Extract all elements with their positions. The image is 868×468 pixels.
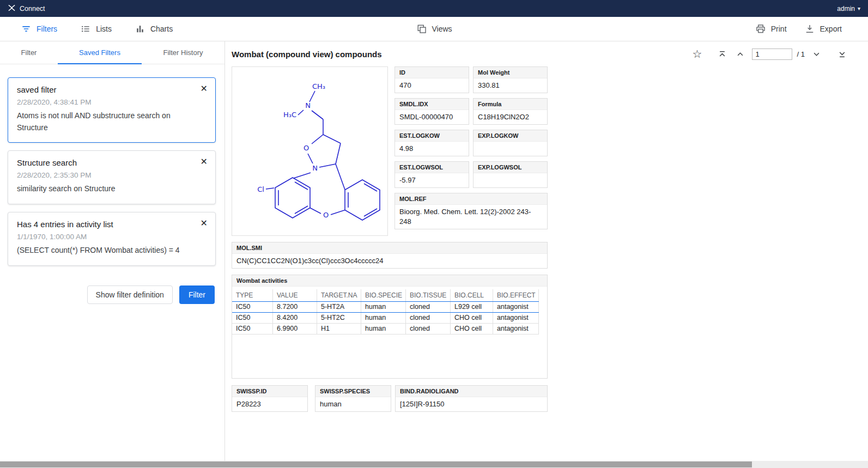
- field-value: human: [315, 397, 391, 411]
- favorite-star-icon[interactable]: ☆: [693, 47, 702, 60]
- compound-bottom-fields: SWISSP.ID P28223 SWISSP.SPECIES human BI…: [232, 385, 868, 412]
- record-navigation: ☆ / 1: [693, 47, 848, 60]
- atom-label-n-amine: N: [305, 101, 311, 110]
- field-value: C18H19ClN2O2: [474, 110, 547, 124]
- last-record-button[interactable]: [835, 47, 848, 60]
- charts-label: Charts: [150, 25, 173, 33]
- field-value: 470: [395, 78, 469, 93]
- table-header-row: TYPE VALUE TARGET.NA BIO.SPECIE BIO.TISS…: [232, 289, 539, 302]
- chevron-down-icon: [811, 48, 822, 60]
- field-mol-ref: MOL.REF Bioorg. Med. Chem. Lett. 12(2)-2…: [394, 193, 548, 229]
- views-button[interactable]: Views: [416, 23, 452, 34]
- wombat-activities-section: Wombat activities TYPE VALUE TARGET.NA B…: [232, 275, 548, 379]
- caret-down-icon: ▾: [858, 5, 860, 11]
- field-label: ID: [395, 67, 469, 78]
- table-row[interactable]: IC50 8.7200 5-HT2A human cloned L929 cel…: [232, 302, 539, 313]
- print-button[interactable]: Print: [755, 23, 787, 34]
- tab-filter-history[interactable]: Filter History: [142, 41, 224, 64]
- lists-button[interactable]: Lists: [80, 23, 112, 34]
- first-record-button[interactable]: [716, 47, 729, 60]
- field-value: SMDL-00000470: [395, 110, 469, 124]
- column-header[interactable]: BIO.TISSUE: [406, 289, 451, 301]
- table-cell: H1: [317, 324, 361, 334]
- saved-filter-card[interactable]: ✕ Structure search 2/28/2020, 2:35:30 PM…: [8, 150, 216, 204]
- saved-filter-card[interactable]: ✕ saved filter 2/28/2020, 4:38:41 PM Ato…: [8, 77, 216, 143]
- page-number-input[interactable]: [752, 48, 792, 60]
- next-record-button[interactable]: [810, 47, 823, 60]
- page-total-label: / 1: [797, 50, 805, 58]
- filter-button[interactable]: Filter: [179, 285, 215, 304]
- saved-filter-title: saved filter: [17, 85, 197, 94]
- table-cell: 5-HT2A: [317, 302, 361, 312]
- printer-icon: [755, 23, 766, 34]
- table-cell: 5-HT2C: [317, 313, 361, 323]
- close-icon[interactable]: ✕: [201, 157, 208, 166]
- tab-saved-filters[interactable]: Saved Filters: [58, 41, 142, 64]
- saved-filters-list: ✕ saved filter 2/28/2020, 4:38:41 PM Ato…: [0, 64, 224, 468]
- close-icon[interactable]: ✕: [201, 219, 208, 228]
- app-body: Filter Saved Filters Filter History ✕ sa…: [0, 41, 868, 468]
- charts-button[interactable]: Charts: [135, 23, 173, 34]
- field-value: CN(C)CC1CC2N(O1)c3cc(Cl)ccc3Oc4ccccc24: [232, 254, 547, 268]
- table-cell: human: [361, 324, 406, 334]
- export-button[interactable]: Export: [804, 23, 842, 34]
- table-cell: human: [361, 313, 406, 323]
- previous-record-button[interactable]: [734, 47, 747, 60]
- field-value: [125I]R-91150: [396, 397, 547, 411]
- structure-viewer[interactable]: CH₃ N H₃C O N O Cl: [232, 66, 388, 236]
- table-cell: antagonist: [493, 313, 539, 323]
- field-label: EXP.LOGWSOL: [474, 162, 547, 173]
- saved-filter-description: (SELECT count(*) FROM Wombat activities)…: [17, 245, 197, 257]
- saved-filter-description: similarity search on Structure: [17, 183, 197, 195]
- filters-button[interactable]: Filters: [21, 23, 57, 34]
- table-cell: 8.4200: [273, 313, 317, 323]
- table-cell: CHO cell: [451, 324, 493, 334]
- table-cell: human: [361, 302, 406, 312]
- saved-filter-card[interactable]: ✕ Has 4 entries in activity list 1/1/197…: [8, 212, 216, 266]
- column-header[interactable]: BIO.CELL: [451, 289, 493, 301]
- table-row[interactable]: IC50 6.9900 H1 human cloned CHO cell ant…: [232, 324, 539, 335]
- field-swissp-species: SWISSP.SPECIES human: [315, 385, 391, 412]
- field-value: -5.97: [395, 173, 469, 187]
- bar-chart-icon: [135, 23, 145, 34]
- atom-label-cl: Cl: [257, 185, 264, 193]
- column-header[interactable]: TARGET.NA: [317, 289, 361, 301]
- table-cell: 6.9900: [273, 324, 317, 334]
- column-header[interactable]: BIO.SPECIE: [361, 289, 406, 301]
- table-cell: cloned: [406, 302, 451, 312]
- scrollbar-thumb[interactable]: [0, 461, 752, 467]
- field-label: EST.LOGKOW: [395, 130, 469, 142]
- field-value: 330.81: [474, 78, 547, 93]
- filters-label: Filters: [37, 25, 57, 33]
- horizontal-scrollbar[interactable]: [0, 461, 868, 468]
- print-label: Print: [771, 25, 787, 33]
- table-cell: L929 cell: [451, 302, 493, 312]
- close-icon[interactable]: ✕: [201, 84, 208, 93]
- compound-fields: ID 470 Mol Weight 330.81 SMDL.IDX SMDL-0…: [394, 66, 548, 236]
- app-logo-icon: [8, 4, 16, 14]
- field-value: P28223: [232, 397, 307, 411]
- filters-sidebar: Filter Saved Filters Filter History ✕ sa…: [0, 41, 225, 468]
- field-swissp-id: SWISSP.ID P28223: [232, 385, 308, 412]
- column-header[interactable]: BIO.EFFECT: [493, 289, 539, 301]
- atom-label-ch3: CH₃: [312, 82, 325, 90]
- user-menu[interactable]: admin ▾: [837, 5, 860, 13]
- field-value: Bioorg. Med. Chem. Lett. 12(2)-2002 243-…: [395, 205, 547, 229]
- compound-top-row: CH₃ N H₃C O N O Cl ID: [232, 66, 868, 236]
- table-row[interactable]: IC50 8.4200 5-HT2C human cloned CHO cell…: [232, 313, 539, 324]
- app-brand[interactable]: Connect: [8, 4, 45, 14]
- field-label: MOL.REF: [395, 193, 547, 205]
- app-name: Connect: [20, 5, 45, 13]
- toolbar-right-group: Print Export: [755, 23, 842, 34]
- tab-filter[interactable]: Filter: [0, 41, 58, 64]
- column-header[interactable]: TYPE: [232, 289, 273, 301]
- column-header[interactable]: VALUE: [273, 289, 317, 301]
- field-label: BIND.RADIOLIGAND: [396, 386, 547, 397]
- field-formula: Formula C18H19ClN2O2: [473, 98, 548, 125]
- field-label: EXP.LOGKOW: [474, 130, 547, 142]
- field-value: [474, 142, 547, 156]
- field-label: SWISSP.ID: [232, 386, 307, 397]
- main-toolbar: Filters Lists Charts Views: [0, 17, 868, 41]
- show-filter-definition-button[interactable]: Show filter definition: [87, 285, 173, 304]
- atom-label-o-ring: O: [304, 144, 309, 152]
